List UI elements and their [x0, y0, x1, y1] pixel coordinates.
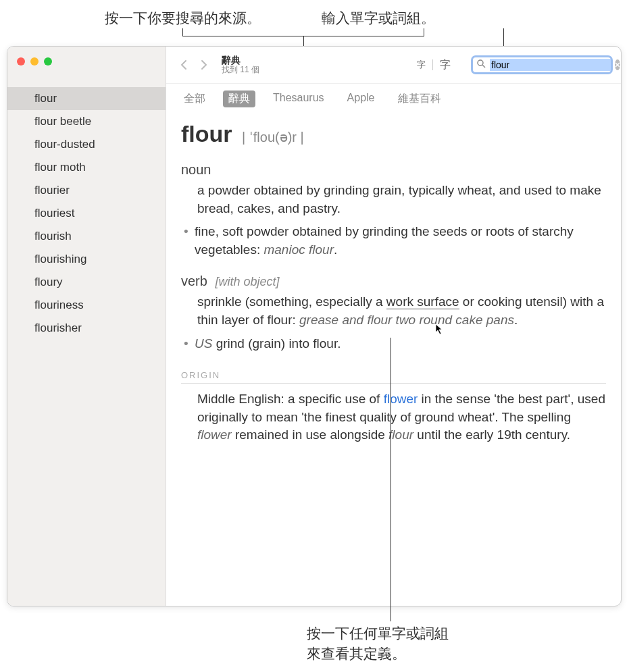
toolbar: 辭典 找到 11 個 字 字 — [166, 47, 621, 84]
title-block: 辭典 找到 11 個 — [222, 55, 259, 75]
callout-define-2: 來查看其定義。 — [307, 644, 406, 663]
pos-label: verb — [181, 274, 207, 288]
tab-apple[interactable]: Apple — [342, 91, 380, 107]
origin-header: ORIGIN — [181, 370, 606, 384]
text: remained in use alongside — [232, 428, 388, 442]
list-item[interactable]: floury — [7, 271, 166, 294]
text: flower — [197, 428, 232, 442]
example-text: grease and flour two round cake pans — [299, 313, 514, 327]
forward-button[interactable] — [195, 55, 213, 74]
pos-noun: noun — [181, 162, 606, 178]
callout-source: 按一下你要搜尋的來源。 — [105, 8, 261, 28]
close-icon — [615, 62, 620, 68]
minimize-button[interactable] — [30, 57, 39, 66]
text: flour — [388, 428, 413, 442]
chevron-left-icon — [180, 59, 188, 70]
svg-point-0 — [478, 60, 483, 66]
search-input[interactable] — [490, 59, 611, 71]
text: . — [334, 242, 337, 257]
list-item[interactable]: flourier — [7, 179, 166, 202]
definition-text: fine, soft powder obtained by grinding t… — [195, 224, 574, 257]
text: sprinkle (something, especially a — [197, 294, 386, 309]
tab-wikipedia[interactable]: 維基百科 — [393, 91, 447, 107]
font-smaller-button[interactable]: 字 — [410, 57, 432, 72]
sidebar: flour flour beetle flour-dusted flour mo… — [7, 47, 166, 606]
pronunciation: | ˈflou(ə)r | — [242, 130, 304, 145]
list-item[interactable]: flouriness — [7, 294, 166, 317]
window-title: 辭典 — [222, 55, 259, 66]
chevron-right-icon — [200, 59, 208, 70]
tab-thesaurus[interactable]: Thesaurus — [268, 91, 330, 107]
list-item[interactable]: flourishing — [7, 248, 166, 271]
nav-buttons — [174, 55, 213, 74]
example-text: manioc flour — [263, 242, 334, 257]
window-controls — [7, 47, 166, 74]
linked-term[interactable]: flower — [384, 392, 418, 406]
definition-text: a powder obtained by grinding grain, typ… — [197, 182, 606, 217]
callout-define: 按一下任何單字或詞組 — [307, 623, 449, 643]
tab-dictionary[interactable]: 辭典 — [223, 91, 255, 107]
definition-text: sprinkle (something, especially a work s… — [197, 293, 606, 329]
callout-line — [391, 338, 391, 621]
grammar-note: [with object] — [215, 275, 279, 288]
search-field[interactable] — [471, 55, 613, 74]
definition-text: grind (grain) into flour. — [212, 336, 341, 351]
list-item[interactable]: flourisher — [7, 317, 166, 340]
maximize-button[interactable] — [44, 57, 52, 66]
font-size-controls: 字 字 — [410, 57, 457, 74]
pos-verb: verb [with object] — [181, 274, 606, 289]
list-item[interactable]: flour — [7, 87, 166, 110]
headword: flour — [181, 121, 232, 147]
definition-content: flour | ˈflou(ə)r | noun a powder obtain… — [166, 114, 621, 458]
list-item[interactable]: flour-dusted — [7, 133, 166, 156]
source-tabs: 全部 辭典 Thesaurus Apple 維基百科 — [166, 84, 621, 114]
callout-bracket — [182, 28, 424, 36]
origin-text: Middle English: a specific use of flower… — [197, 390, 606, 444]
linked-term[interactable]: work surface — [386, 294, 459, 309]
list-item[interactable]: flourish — [7, 225, 166, 248]
font-larger-button[interactable]: 字 — [433, 57, 457, 74]
callout-search: 輸入單字或詞組。 — [322, 8, 435, 28]
text: . — [514, 313, 518, 327]
clear-search-button[interactable] — [615, 59, 620, 70]
back-button[interactable] — [174, 55, 193, 74]
list-item[interactable]: flouriest — [7, 202, 166, 225]
tab-all[interactable]: 全部 — [178, 91, 211, 107]
text: until the early 19th century. — [413, 428, 570, 442]
sub-definition: US grind (grain) into flour. — [195, 335, 606, 353]
results-count: 找到 11 個 — [222, 66, 259, 74]
close-button[interactable] — [17, 57, 25, 66]
main-panel: 辭典 找到 11 個 字 字 全部 辭典 Thesauru — [166, 47, 621, 606]
list-item[interactable]: flour beetle — [7, 110, 166, 133]
search-icon — [477, 59, 486, 70]
app-window: flour flour beetle flour-dusted flour mo… — [7, 46, 622, 606]
list-item[interactable]: flour moth — [7, 156, 166, 179]
region-label: US — [195, 336, 212, 351]
svg-line-1 — [482, 65, 485, 68]
sub-definition: fine, soft powder obtained by grinding t… — [195, 223, 606, 259]
text: Middle English: a specific use of — [197, 392, 384, 406]
results-list: flour flour beetle flour-dusted flour mo… — [7, 74, 166, 340]
